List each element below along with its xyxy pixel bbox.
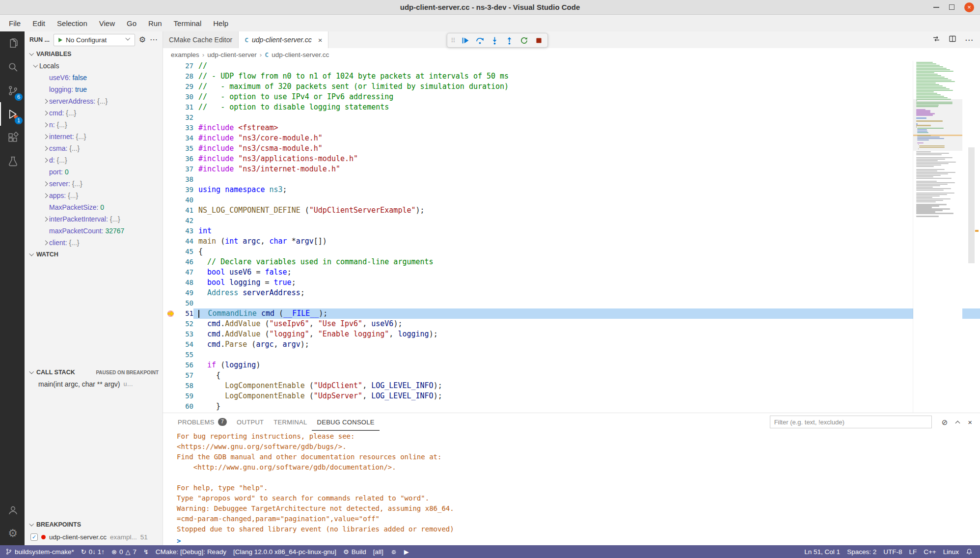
eol[interactable]: LF — [905, 545, 920, 558]
cmake-status[interactable]: CMake: [Debug]: Ready — [152, 545, 230, 558]
step-over-button[interactable] — [473, 34, 487, 47]
code-line-53[interactable]: 53 cmd.AddValue ("logging", "Enable logg… — [163, 329, 980, 339]
code-line-36[interactable]: 36#include "ns3/applications-module.h" — [163, 154, 980, 164]
tab-udp-client-server-cc[interactable]: Cudp-client-server.cc× — [239, 31, 328, 48]
open-changes-icon[interactable] — [932, 35, 940, 45]
code-line-43[interactable]: 43int — [163, 226, 980, 236]
debug-console-output[interactable]: For bug reporting instructions, please s… — [163, 431, 980, 545]
code-line-27[interactable]: 27// — [163, 61, 980, 71]
close-panel-icon[interactable]: × — [968, 418, 972, 426]
variable-row-csma[interactable]: csma: {...} — [25, 142, 163, 154]
variable-row-interpacketinterval[interactable]: interPacketInterval: {...} — [25, 213, 163, 225]
call-stack-section-header[interactable]: CALL STACK PAUSED ON BREAKPOINT — [25, 366, 163, 378]
code-line-46[interactable]: 46 // Declare variables used in command-… — [163, 257, 980, 267]
panel-tab-terminal[interactable]: TERMINAL — [269, 413, 312, 431]
minimap-slider[interactable] — [913, 99, 962, 151]
step-out-button[interactable] — [503, 34, 516, 47]
code-line-32[interactable]: 32 — [163, 112, 980, 123]
split-editor-icon[interactable] — [949, 35, 956, 45]
code-line-54[interactable]: 54 cmd.Parse (argc, argv); — [163, 339, 980, 350]
variable-row-maxpacketcount[interactable]: maxPacketCount: 32767 — [25, 225, 163, 237]
breakpoint-row[interactable]: ✓ udp-client-server.cc exampl... 51 — [25, 530, 163, 543]
menu-file[interactable]: File — [3, 15, 27, 31]
maximize-icon[interactable] — [949, 4, 954, 10]
cmake-bolt-status[interactable]: ↯ — [140, 545, 152, 558]
close-window-icon[interactable]: × — [964, 2, 974, 12]
source-control-icon[interactable]: 6 — [0, 79, 25, 102]
breadcrumb-item[interactable]: udp-client-server — [207, 51, 257, 58]
variable-row-client[interactable]: client: {...} — [25, 237, 163, 249]
code-line-58[interactable]: 58 LogComponentEnable ("UdpClient", LOG_… — [163, 381, 980, 391]
console-input[interactable]: > — [177, 535, 980, 545]
variable-row-serveraddress[interactable]: serverAddress: {...} — [25, 95, 163, 107]
os-indicator[interactable]: Linux — [940, 545, 962, 558]
debug-config-dropdown[interactable]: No Configurat — [54, 34, 135, 46]
variable-row-logging[interactable]: logging: true — [25, 84, 163, 95]
variables-section-header[interactable]: VARIABLES — [25, 48, 163, 60]
breakpoints-section-header[interactable]: BREAKPOINTS — [25, 519, 163, 530]
code-line-37[interactable]: 37#include "ns3/internet-module.h" — [163, 164, 980, 174]
extensions-icon[interactable] — [0, 126, 25, 149]
code-line-29[interactable]: 29// - maximum of 320 packets sent (or l… — [163, 82, 980, 92]
code-line-31[interactable]: 31// - option to disable logging stateme… — [163, 102, 980, 112]
git-sync-status[interactable]: ↻0↓ 1↑ — [78, 545, 108, 558]
code-line-47[interactable]: 47 bool useV6 = false; — [163, 267, 980, 278]
notifications-bell[interactable] — [962, 545, 976, 558]
variable-row-n[interactable]: n: {...} — [25, 119, 163, 131]
watch-section-header[interactable]: WATCH — [25, 249, 163, 260]
cmake-build-target[interactable]: [all] — [370, 545, 387, 558]
panel-tab-debug-console[interactable]: DEBUG CONSOLE — [312, 413, 379, 431]
breadcrumb-item[interactable]: examples — [171, 51, 199, 58]
breadcrumb-item[interactable]: udp-client-server.cc — [272, 51, 329, 58]
code-line-35[interactable]: 35#include "ns3/csma-module.h" — [163, 143, 980, 154]
indentation[interactable]: Spaces: 2 — [844, 545, 880, 558]
panel-tab-output[interactable]: OUTPUT — [232, 413, 269, 431]
scrollbar-thumb[interactable] — [968, 147, 975, 263]
cursor-position[interactable]: Ln 51, Col 1 — [801, 545, 844, 558]
settings-gear-icon[interactable]: ⚙ — [0, 522, 25, 545]
code-line-44[interactable]: 44main (int argc, char *argv[]) — [163, 236, 980, 247]
menu-selection[interactable]: Selection — [51, 15, 93, 31]
cmake-debug-button[interactable] — [387, 545, 401, 558]
variable-row-server[interactable]: server: {...} — [25, 178, 163, 190]
variable-row-internet[interactable]: internet: {...} — [25, 131, 163, 142]
explorer-icon[interactable] — [0, 31, 25, 55]
variable-row-cmd[interactable]: cmd: {...} — [25, 107, 163, 119]
close-tab-icon[interactable]: × — [318, 36, 323, 44]
maximize-panel-icon[interactable] — [955, 419, 960, 425]
code-line-60[interactable]: 60 } — [163, 401, 980, 412]
minimize-icon[interactable] — [933, 7, 939, 8]
code-line-41[interactable]: 41NS_LOG_COMPONENT_DEFINE ("UdpClientSer… — [163, 205, 980, 216]
menu-run[interactable]: Run — [142, 15, 168, 31]
code-line-42[interactable]: 42 — [163, 216, 980, 226]
variable-row-apps[interactable]: apps: {...} — [25, 190, 163, 201]
code-editor[interactable]: 27//28// - UDP flow from n0 to n1 of 102… — [163, 61, 980, 413]
code-line-40[interactable]: 40 — [163, 195, 980, 205]
menu-help[interactable]: Help — [207, 15, 234, 31]
code-line-59[interactable]: 59 LogComponentEnable ("UdpServer", LOG_… — [163, 391, 980, 401]
menu-go[interactable]: Go — [121, 15, 142, 31]
code-line-34[interactable]: 34#include "ns3/core-module.h" — [163, 133, 980, 143]
code-line-38[interactable]: 38 — [163, 174, 980, 185]
stack-frame-row[interactable]: main(int argc, char ** argv) u… — [25, 378, 163, 390]
variable-row-usev6[interactable]: useV6: false — [25, 72, 163, 84]
tab-cmake-cache-editor[interactable]: CMake Cache Editor — [163, 31, 239, 48]
code-line-45[interactable]: 45{ — [163, 247, 980, 257]
menu-view[interactable]: View — [93, 15, 121, 31]
code-line-55[interactable]: 55 — [163, 350, 980, 360]
editor-scrollbar[interactable] — [962, 61, 980, 413]
code-line-51[interactable]: 51 CommandLine cmd (__FILE__); — [163, 308, 980, 319]
menu-edit[interactable]: Edit — [27, 15, 51, 31]
launch-settings-gear-icon[interactable]: ⚙ — [139, 36, 146, 44]
locals-group[interactable]: Locals — [25, 60, 163, 72]
code-line-48[interactable]: 48 bool logging = true; — [163, 278, 980, 288]
minimap[interactable] — [913, 61, 962, 413]
code-line-52[interactable]: 52 cmd.AddValue ("useIpv6", "Use Ipv6", … — [163, 319, 980, 329]
code-line-30[interactable]: 30// - option to use IPv4 or IPv6 addres… — [163, 92, 980, 102]
code-line-49[interactable]: 49 Address serverAddress; — [163, 288, 980, 298]
console-filter-input[interactable] — [770, 416, 932, 428]
testing-icon[interactable] — [0, 149, 25, 173]
step-into-button[interactable] — [488, 34, 501, 47]
variable-row-port[interactable]: port: 0 — [25, 166, 163, 178]
variable-row-maxpacketsize[interactable]: MaxPacketSize: 0 — [25, 201, 163, 213]
